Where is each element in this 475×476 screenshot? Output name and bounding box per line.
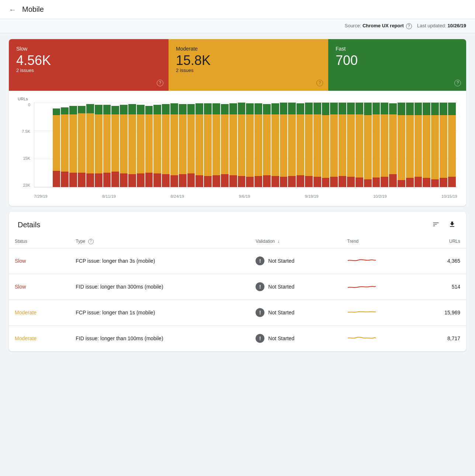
table-row-3[interactable]: ModerateFID issue: longer than 100ms (mo… [9, 325, 466, 351]
type-help-icon[interactable]: ? [88, 239, 94, 244]
page-header: ← Mobile [0, 0, 475, 19]
bar-fast-7 [95, 105, 103, 114]
bar-moderate-42 [389, 114, 397, 175]
bar-slow-12 [137, 173, 145, 187]
bar-group-21 [212, 103, 220, 187]
bar-group-17 [179, 103, 187, 187]
score-cards: Slow 4.56K 2 issues ? Moderate 15.8K 2 i… [9, 39, 466, 91]
row-trend-2 [341, 300, 416, 325]
bar-slow-17 [179, 174, 187, 187]
bar-fast-44 [406, 103, 414, 115]
bar-moderate-4 [69, 114, 77, 173]
fast-score-card[interactable]: Fast 700 ? [328, 39, 466, 91]
y-tick-23k: 23K [18, 183, 32, 187]
bar-fast-41 [381, 103, 388, 114]
bar-fast-31 [297, 103, 304, 114]
row-type-0: FCP issue: longer than 3s (mobile) [70, 248, 250, 274]
bar-slow-49 [448, 177, 456, 187]
row-trend-0 [341, 248, 416, 274]
bar-fast-23 [229, 103, 237, 114]
bar-fast-29 [280, 103, 288, 114]
details-actions [431, 219, 457, 231]
bar-slow-14 [153, 173, 161, 187]
slow-score-card[interactable]: Slow 4.56K 2 issues ? [9, 39, 169, 91]
moderate-help-icon[interactable]: ? [316, 80, 323, 86]
row-type-2: FCP issue: longer than 1s (mobile) [70, 300, 250, 325]
bar-slow-29 [280, 177, 288, 187]
x-tick-7: 10/15/19 [441, 194, 457, 199]
bar-group-48 [440, 103, 447, 187]
x-tick-2: 8/11/19 [102, 194, 116, 199]
bar-moderate-47 [431, 115, 439, 179]
bar-fast-22 [221, 104, 229, 114]
bar-moderate-45 [415, 115, 422, 177]
bar-group-12 [137, 103, 145, 187]
details-header: Details [9, 212, 466, 236]
row-status-3: Moderate [9, 325, 70, 351]
bar-slow-45 [415, 177, 422, 187]
fast-value: 700 [336, 53, 459, 68]
source-name: Chrome UX report [363, 23, 404, 28]
col-validation[interactable]: Validation ↓ [250, 236, 341, 248]
table-body: SlowFCP issue: longer than 3s (mobile)!N… [9, 248, 466, 351]
filter-button[interactable] [431, 219, 441, 231]
bar-fast-11 [128, 104, 136, 114]
bar-fast-14 [153, 105, 161, 114]
bar-group-30 [288, 103, 296, 187]
bar-moderate-30 [288, 114, 296, 176]
bar-group-45 [415, 103, 422, 187]
bar-group-35 [330, 103, 338, 187]
details-card: Details Status Type ? Validation ↓ Trend… [9, 212, 466, 351]
bar-group-25 [246, 103, 254, 187]
download-button[interactable] [447, 219, 457, 231]
bar-group-4 [69, 103, 77, 187]
moderate-score-card[interactable]: Moderate 15.8K 2 issues ? [169, 39, 328, 91]
bar-moderate-12 [137, 114, 145, 173]
bar-group-28 [271, 103, 279, 187]
bar-group-43 [398, 103, 405, 187]
bar-moderate-36 [339, 114, 346, 176]
row-status-2: Moderate [9, 300, 70, 325]
fast-help-icon[interactable]: ? [454, 80, 461, 86]
bar-slow-35 [330, 177, 338, 187]
chart-y-axis: 23K 15K 7.5K 0 [18, 103, 32, 187]
slow-issues: 2 issues [16, 68, 161, 73]
bar-group-7 [95, 103, 103, 187]
bar-group-10 [120, 103, 128, 187]
table-row-0[interactable]: SlowFCP issue: longer than 3s (mobile)!N… [9, 248, 466, 274]
bar-slow-28 [271, 176, 279, 187]
slow-help-icon[interactable]: ? [157, 80, 163, 86]
bar-group-46 [423, 103, 430, 187]
chart-inner [34, 103, 457, 187]
chart-container: 23K 15K 7.5K 0 7/29/19 [18, 103, 457, 199]
trend-sparkline-1 [347, 281, 377, 292]
bar-slow-34 [322, 178, 330, 187]
table-row-2[interactable]: ModerateFCP issue: longer than 1s (mobil… [9, 300, 466, 325]
trend-sparkline-0 [347, 255, 377, 266]
bar-moderate-23 [229, 114, 237, 175]
bar-slow-16 [170, 175, 178, 187]
bar-moderate-9 [111, 114, 119, 172]
table-row-1[interactable]: SlowFID issue: longer than 300ms (mobile… [9, 274, 466, 300]
bar-fast-49 [448, 103, 456, 115]
bar-moderate-14 [153, 114, 161, 173]
bar-moderate-21 [212, 114, 220, 175]
y-tick-7k: 7.5K [18, 129, 32, 134]
bar-slow-19 [195, 175, 203, 187]
y-tick-15k: 15K [18, 156, 32, 161]
trend-sparkline-2 [347, 307, 377, 318]
back-button[interactable]: ← [9, 6, 16, 13]
bar-fast-15 [162, 104, 170, 114]
last-updated-date: 10/26/19 [447, 23, 466, 28]
source-info-icon[interactable]: ? [406, 23, 412, 29]
bar-slow-25 [246, 177, 254, 187]
bar-slow-9 [111, 172, 119, 187]
bar-slow-15 [162, 174, 170, 187]
bar-moderate-41 [381, 114, 388, 177]
bar-fast-43 [398, 103, 405, 115]
moderate-issues: 2 issues [176, 68, 321, 73]
bar-moderate-38 [356, 114, 363, 178]
bar-fast-35 [330, 103, 338, 114]
bar-slow-44 [406, 178, 414, 187]
row-urls-2: 15,969 [416, 300, 466, 325]
